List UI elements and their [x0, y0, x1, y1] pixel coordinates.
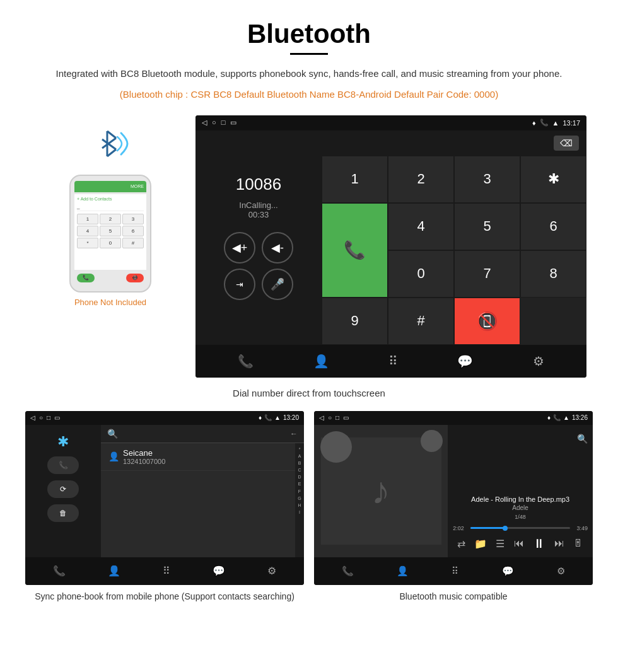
mu-shuffle-icon[interactable]: ⇄ [457, 538, 465, 550]
microphone-button[interactable]: 🎤 [262, 269, 293, 300]
phone-bottom-bar: 📞 📵 [74, 274, 146, 282]
alpha-e[interactable]: E [298, 480, 301, 487]
key-2[interactable]: 2 [100, 214, 121, 224]
pb-contact-row-inner: 👤 Seicane 13241007000 [108, 448, 288, 465]
nav-call-log-icon[interactable]: 📞 [238, 354, 254, 369]
mu-progress-dot [503, 526, 508, 531]
call-accept-button[interactable]: 📞 [322, 203, 388, 298]
phone-call-button[interactable]: 📞 [77, 274, 95, 282]
alpha-i[interactable]: I [299, 509, 300, 516]
mu-nav-call-icon[interactable]: 📞 [342, 565, 354, 577]
mu-play-icon[interactable]: ⏸ [533, 536, 545, 551]
alpha-g[interactable]: G [298, 495, 301, 502]
pb-nav-messages-icon[interactable]: 💬 [213, 565, 225, 577]
key-4[interactable]: 4 [77, 226, 98, 236]
recent-nav-icon[interactable]: □ [221, 119, 226, 127]
phone-end-button[interactable]: 📵 [126, 274, 144, 282]
home-nav-icon[interactable]: ○ [212, 119, 216, 127]
phone-number-display: _ [77, 204, 144, 211]
mu-prev-icon[interactable]: ⏮ [514, 538, 524, 549]
key-6[interactable]: 6 [122, 226, 144, 236]
alpha-d[interactable]: D [298, 473, 301, 480]
screenshot-icon: ▭ [230, 119, 236, 127]
mu-search-icon[interactable]: 🔍 [577, 434, 588, 444]
alpha-star[interactable]: * [299, 446, 301, 453]
mu-nav-messages-icon[interactable]: 💬 [502, 565, 514, 577]
mu-folder-icon[interactable]: 📁 [474, 538, 487, 550]
page-description: Integrated with BC8 Bluetooth module, su… [25, 66, 593, 81]
pb-search-bar: 🔍 ← [101, 425, 304, 443]
call-timer-display: 00:33 [248, 210, 269, 219]
mu-back-icon[interactable]: ◁ [319, 414, 324, 421]
key-1[interactable]: 1 [77, 214, 98, 224]
mu-home-icon[interactable]: ○ [328, 414, 332, 421]
mu-list-icon[interactable]: ☰ [496, 538, 504, 550]
volume-down-button[interactable]: ◀- [262, 232, 293, 264]
key-hash[interactable]: # [122, 238, 144, 248]
backspace-button[interactable]: ⌫ [554, 136, 579, 151]
transfer-button[interactable]: ⇥ [224, 269, 255, 300]
dial-key-hash[interactable]: # [388, 298, 454, 345]
mu-nav-dialpad-icon[interactable]: ⠿ [452, 565, 458, 577]
pb-phone-btn[interactable]: 📞 [47, 456, 79, 474]
pb-right-content: 🔍 ← 👤 Seicane [101, 425, 304, 557]
mu-recent-icon[interactable]: □ [335, 414, 339, 421]
nav-messages-icon[interactable]: 💬 [457, 354, 473, 369]
dial-key-0[interactable]: 0 [388, 250, 454, 298]
pb-nav-call-icon[interactable]: 📞 [53, 565, 66, 577]
back-nav-icon[interactable]: ◁ [202, 119, 207, 127]
alpha-a[interactable]: A [298, 453, 301, 460]
page-title: Bluetooth [25, 19, 593, 49]
dial-key-star[interactable]: ✱ [520, 156, 586, 203]
dial-caption: Dial number direct from touchscreen [25, 388, 593, 398]
key-3[interactable]: 3 [122, 214, 144, 224]
dial-key-3[interactable]: 3 [454, 156, 520, 203]
pb-back-icon[interactable]: ◁ [30, 414, 35, 421]
music-screen: ◁ ○ □ ▭ ♦ 📞 ▲ 13:26 [314, 411, 593, 585]
pb-sync-btn[interactable]: ⟳ [47, 480, 79, 498]
phone-not-included-label: Phone Not Included [74, 298, 146, 307]
alpha-c[interactable]: C [298, 466, 301, 473]
mu-next-icon[interactable]: ⏭ [554, 538, 564, 549]
mu-nav-contacts-icon[interactable]: 👤 [397, 565, 409, 577]
dial-key-5[interactable]: 5 [454, 203, 520, 250]
dial-key-4[interactable]: 4 [388, 203, 454, 250]
pb-delete-btn[interactable]: 🗑 [47, 504, 79, 522]
nav-settings-icon[interactable]: ⚙ [533, 354, 544, 369]
mu-search-area: 🔍 [453, 431, 588, 444]
dial-key-9[interactable]: 9 [322, 298, 388, 345]
pb-nav-contacts-icon[interactable]: 👤 [108, 565, 120, 577]
pb-nav-settings-icon[interactable]: ⚙ [267, 565, 276, 577]
mu-right-area: 🔍 Adele - Rolling In the Deep.mp3 Adele … [448, 425, 593, 557]
nav-dialpad-icon[interactable]: ⠿ [388, 354, 398, 369]
alpha-f[interactable]: F [298, 488, 301, 495]
pb-contact-row[interactable]: 👤 Seicane 13241007000 [101, 443, 295, 471]
alpha-b[interactable]: B [298, 460, 301, 466]
mu-progress-bar[interactable] [470, 527, 570, 529]
status-time: 13:17 [563, 119, 580, 127]
status-right: ♦ 📞 ▲ 13:17 [532, 119, 580, 127]
nav-contacts-icon[interactable]: 👤 [313, 354, 329, 369]
phone-top-bar: MORE [74, 181, 146, 192]
pb-alpha-index: * A B C D E F G H I [295, 443, 304, 557]
bottom-section: ◁ ○ □ ▭ ♦ 📞 ▲ 13:20 ✱ [25, 411, 593, 603]
key-0[interactable]: 0 [100, 238, 121, 248]
dial-key-1[interactable]: 1 [322, 156, 388, 203]
mu-nav-settings-icon[interactable]: ⚙ [557, 565, 565, 577]
dial-key-2[interactable]: 2 [388, 156, 454, 203]
mu-equalizer-icon[interactable]: 🎚 [573, 538, 583, 549]
dial-key-8[interactable]: 8 [520, 250, 586, 298]
dial-key-6[interactable]: 6 [520, 203, 586, 250]
key-5[interactable]: 5 [100, 226, 121, 236]
location-icon: ♦ [532, 119, 536, 127]
alpha-h[interactable]: H [298, 502, 301, 509]
pb-nav-dialpad-icon[interactable]: ⠿ [163, 565, 170, 577]
call-end-button[interactable]: 📵 [454, 298, 520, 345]
pb-recent-icon[interactable]: □ [47, 414, 50, 421]
dial-key-7[interactable]: 7 [454, 250, 520, 298]
pb-back-arrow-icon[interactable]: ← [290, 429, 298, 438]
volume-up-button[interactable]: ◀+ [224, 232, 255, 264]
key-star[interactable]: * [77, 238, 98, 248]
pb-home-icon[interactable]: ○ [39, 414, 43, 421]
svg-line-2 [102, 138, 116, 148]
